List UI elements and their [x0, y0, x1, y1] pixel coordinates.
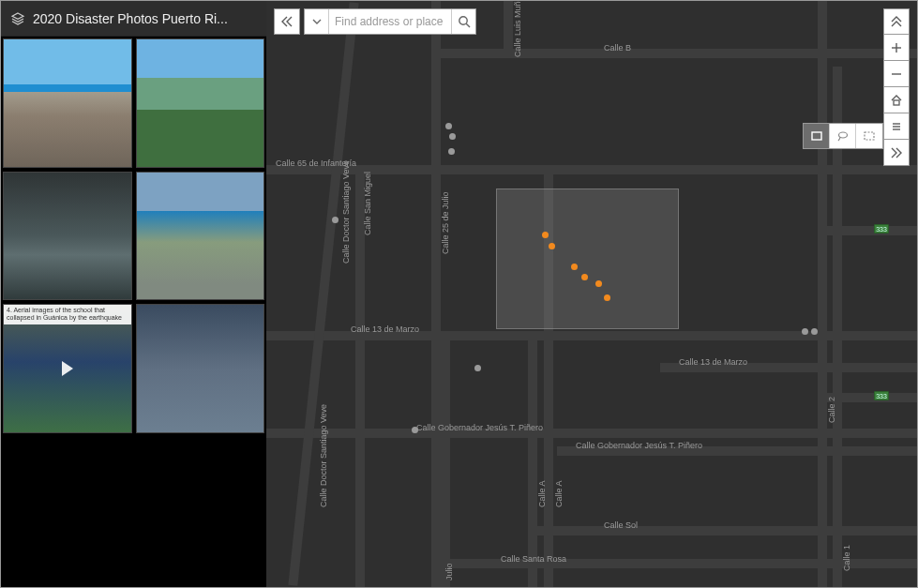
map-point-selected[interactable]: [549, 243, 555, 249]
clear-selection-tool[interactable]: [856, 124, 882, 148]
zoom-full-extent-button[interactable]: [883, 8, 910, 35]
street-label: Calle 13 de Marzo: [679, 357, 747, 367]
thumbnail-item[interactable]: [3, 172, 132, 301]
thumbnail-item[interactable]: [136, 172, 265, 301]
select-lasso-tool[interactable]: [830, 124, 856, 148]
map-toolbar: [883, 8, 910, 166]
street-label: Calle Gobernador Jesús T. Piñero: [416, 423, 543, 432]
map-point[interactable]: [448, 148, 455, 155]
street-label: Calle 1: [842, 545, 851, 571]
chevron-double-left-icon: [280, 15, 293, 28]
street-label: Julio: [444, 563, 454, 580]
road-line: [431, 1, 441, 587]
road-line: [818, 1, 827, 587]
road-line: [441, 339, 450, 587]
thumbnail-item[interactable]: [3, 38, 132, 168]
street-label: Calle B: [604, 43, 631, 53]
search-submit-button[interactable]: [451, 9, 475, 34]
map-point-selected[interactable]: [571, 264, 578, 270]
map-point[interactable]: [811, 328, 818, 335]
thumbnail-item[interactable]: [136, 38, 265, 168]
search-icon: [458, 15, 471, 28]
street-label: Calle A: [554, 480, 564, 507]
selection-rectangle: [496, 188, 679, 329]
street-label: Calle 13 de Marzo: [351, 324, 419, 334]
map-point-selected[interactable]: [581, 274, 588, 280]
thumbnail-item[interactable]: [136, 304, 265, 433]
selection-toolbar: [803, 123, 883, 149]
road-line: [528, 339, 537, 587]
sidebar: 2020 Disaster Photos Puerto Ri... 4. Aer…: [1, 1, 266, 587]
zoom-in-button[interactable]: [883, 35, 910, 61]
photo-placeholder: [137, 173, 264, 300]
road-line: [504, 1, 513, 57]
street-label: Calle 2: [827, 397, 836, 423]
street-label: Calle Santa Rosa: [501, 554, 566, 564]
list-button[interactable]: [883, 113, 910, 140]
thumbnail-caption: 4. Aerial images of the school that coll…: [4, 305, 131, 324]
street-label: Calle A: [537, 480, 547, 507]
home-button[interactable]: [883, 87, 910, 113]
clear-icon: [863, 129, 876, 143]
svg-marker-0: [12, 13, 23, 19]
thumbnail-grid: 4. Aerial images of the school that coll…: [1, 37, 266, 587]
street-label: Calle Gobernador Jesús T. Piñero: [576, 441, 702, 450]
photo-placeholder: [137, 39, 264, 167]
minus-icon: [890, 68, 903, 81]
street-label: Calle San Miguel: [363, 172, 372, 235]
street-label: Calle Luis Muñoz Rivera: [513, 1, 522, 57]
select-rectangle-tool[interactable]: [804, 124, 830, 148]
svg-point-1: [459, 17, 466, 24]
home-icon: [890, 94, 903, 107]
app-header: 2020 Disaster Photos Puerto Ri...: [1, 1, 266, 37]
map-point-selected[interactable]: [604, 294, 610, 301]
street-label: Calle Sol: [604, 520, 638, 530]
svg-rect-6: [894, 100, 899, 105]
page-title: 2020 Disaster Photos Puerto Ri...: [33, 11, 228, 26]
map-point[interactable]: [474, 365, 481, 371]
map-point-selected[interactable]: [542, 232, 549, 238]
chevron-double-up-icon: [890, 15, 903, 28]
photo-placeholder: [137, 305, 264, 432]
layers-icon: [10, 11, 25, 26]
route-marker: 333: [874, 391, 889, 400]
map-point[interactable]: [332, 217, 339, 223]
street-label: Calle Doctor Santiago Veve: [319, 404, 328, 507]
road-line: [529, 526, 917, 535]
zoom-out-button[interactable]: [883, 61, 910, 87]
svg-line-2: [466, 23, 470, 27]
play-icon: [62, 361, 73, 376]
map-point[interactable]: [802, 328, 808, 335]
map-point[interactable]: [445, 123, 452, 129]
street-label: Calle 25 de Julio: [441, 191, 450, 254]
svg-rect-10: [812, 132, 821, 140]
chevron-double-right-icon: [890, 146, 903, 159]
map-point[interactable]: [412, 427, 418, 433]
search-box: [304, 8, 476, 35]
rectangle-icon: [810, 129, 823, 143]
expand-tools-button[interactable]: [883, 140, 910, 166]
svg-rect-12: [865, 132, 874, 140]
photo-placeholder: [4, 39, 131, 167]
plus-icon: [890, 41, 903, 54]
thumbnail-item[interactable]: 4. Aerial images of the school that coll…: [3, 304, 132, 433]
photo-placeholder: [4, 173, 131, 300]
chevron-down-icon: [312, 17, 322, 26]
search-input[interactable]: [329, 9, 451, 34]
route-marker: 333: [874, 224, 889, 234]
list-icon: [890, 120, 903, 133]
lasso-icon: [836, 129, 850, 143]
collapse-panel-button[interactable]: [274, 8, 300, 35]
search-scope-dropdown[interactable]: [305, 9, 329, 34]
map-point-selected[interactable]: [595, 280, 602, 287]
search-bar: [274, 8, 476, 35]
street-label: Calle Doctor Santiago Veve: [341, 160, 351, 264]
map-point[interactable]: [449, 133, 456, 140]
map-canvas[interactable]: Calle 65 de Infantería Calle 13 de Marzo…: [266, 1, 917, 587]
